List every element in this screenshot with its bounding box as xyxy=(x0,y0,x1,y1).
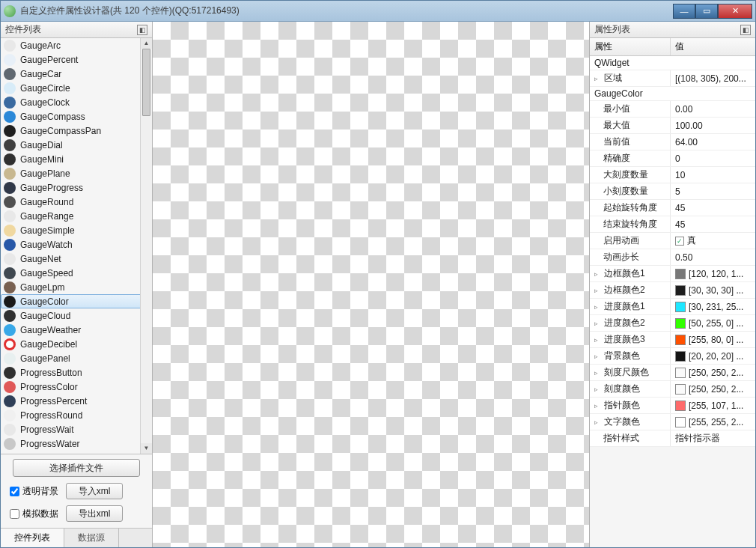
widget-item-gaugedecibel[interactable]: GaugeDecibel xyxy=(1,337,152,351)
widget-label: GaugeRange xyxy=(20,211,73,222)
dock-left-float-button[interactable]: ◧ xyxy=(137,25,147,35)
widget-item-gaugecompass[interactable]: GaugeCompass xyxy=(1,109,152,124)
window-buttons: — ▭ ✕ xyxy=(673,4,752,19)
prop-animation[interactable]: 启用动画✓真 xyxy=(590,233,755,249)
property-table: 属性 值 QWidget 区域[(108, 305), 200... Gauge… xyxy=(590,38,755,547)
widget-item-gaugeprogress[interactable]: GaugeProgress xyxy=(1,180,152,195)
widget-item-progressround[interactable]: ProgressRound xyxy=(1,408,152,422)
prop-min[interactable]: 最小值0.00 xyxy=(590,101,755,118)
tab-datasource[interactable]: 数据源 xyxy=(64,529,119,547)
widget-item-gaugeweather[interactable]: GaugeWeather xyxy=(1,323,152,337)
prop-current[interactable]: 当前值64.00 xyxy=(590,134,755,150)
widget-label: GaugeCompassPan xyxy=(20,126,101,136)
widget-icon xyxy=(4,225,16,237)
widget-item-gaugecar[interactable]: GaugeCar xyxy=(1,67,152,81)
dock-right-float-button[interactable]: ◧ xyxy=(740,25,751,35)
prop-pointer-style[interactable]: 指针样式指针指示器 xyxy=(590,430,755,447)
col-value: 值 xyxy=(671,38,755,55)
widget-item-gaugecompasspan[interactable]: GaugeCompassPan xyxy=(1,124,152,138)
prop-tick-color[interactable]: 刻度颜色[250, 250, 2... xyxy=(590,381,755,398)
swatch-ptr xyxy=(675,401,686,411)
close-button[interactable]: ✕ xyxy=(718,4,752,19)
anim-checkbox[interactable]: ✓ xyxy=(675,237,684,246)
import-xml-button[interactable]: 导入xml xyxy=(66,483,123,499)
widget-icon xyxy=(4,310,16,322)
tab-widgets[interactable]: 控件列表 xyxy=(1,529,64,547)
widget-item-gaugerange[interactable]: GaugeRange xyxy=(1,209,152,223)
select-plugin-button[interactable]: 选择插件文件 xyxy=(13,459,140,477)
maximize-button[interactable]: ▭ xyxy=(695,4,718,19)
widget-item-gaugeround[interactable]: GaugeRound xyxy=(1,195,152,209)
widget-item-progresscolor[interactable]: ProgressColor xyxy=(1,380,152,394)
widget-item-gaugemini[interactable]: GaugeMini xyxy=(1,152,152,166)
widget-item-progresspercent[interactable]: ProgressPercent xyxy=(1,394,152,408)
prop-major-ticks[interactable]: 大刻度数量10 xyxy=(590,167,755,183)
prop-bg-color[interactable]: 背景颜色[20, 20, 20] ... xyxy=(590,348,755,365)
widget-icon xyxy=(4,253,16,265)
widget-item-gaugecloud[interactable]: GaugeCloud xyxy=(1,308,152,323)
design-canvas[interactable] xyxy=(153,22,589,547)
widget-item-gaugeclock[interactable]: GaugeClock xyxy=(1,95,152,109)
widget-item-gaugedial[interactable]: GaugeDial xyxy=(1,138,152,152)
dock-right-header: 属性列表 ◧ xyxy=(590,22,755,38)
widget-icon xyxy=(4,438,16,450)
widget-item-gaugewatch[interactable]: GaugeWatch xyxy=(1,237,152,252)
prop-progress-color2[interactable]: 进度颜色2[50, 255, 0] ... xyxy=(590,315,755,332)
prop-border-color1[interactable]: 边框颜色1[120, 120, 1... xyxy=(590,266,755,282)
widget-item-gaugecolor[interactable]: GaugeColor xyxy=(1,294,152,308)
prop-progress-color3[interactable]: 进度颜色3[255, 80, 0] ... xyxy=(590,332,755,348)
widget-icon xyxy=(4,97,16,109)
prop-pointer-color[interactable]: 指针颜色[255, 107, 1... xyxy=(590,398,755,414)
prop-end-angle[interactable]: 结束旋转角度45 xyxy=(590,216,755,233)
widget-item-gaugearc[interactable]: GaugeArc xyxy=(1,38,152,52)
widget-item-gaugesimple[interactable]: GaugeSimple xyxy=(1,223,152,237)
widget-item-gaugecircle[interactable]: GaugeCircle xyxy=(1,81,152,95)
widget-item-gaugepanel[interactable]: GaugePanel xyxy=(1,351,152,365)
widget-label: GaugeSimple xyxy=(20,225,75,236)
prop-precision[interactable]: 精确度0 xyxy=(590,150,755,167)
widget-item-gaugepercent[interactable]: GaugePercent xyxy=(1,52,152,67)
widget-list-scrollbar[interactable]: ▲ ▼ xyxy=(140,38,152,454)
widget-label: ProgressWater xyxy=(20,439,80,449)
prop-text-color[interactable]: 文字颜色[255, 255, 2... xyxy=(590,414,755,430)
prop-scale-color[interactable]: 刻度尺颜色[250, 250, 2... xyxy=(590,365,755,381)
transparent-bg-checkbox[interactable]: 透明背景 xyxy=(10,485,58,498)
prop-border-color2[interactable]: 边框颜色2[30, 30, 30] ... xyxy=(590,282,755,299)
widget-label: GaugePanel xyxy=(20,353,70,364)
prop-max[interactable]: 最大值100.00 xyxy=(590,118,755,134)
prop-start-angle[interactable]: 起始旋转角度45 xyxy=(590,200,755,216)
widget-item-gaugeplane[interactable]: GaugePlane xyxy=(1,166,152,180)
widget-item-gaugespeed[interactable]: GaugeSpeed xyxy=(1,266,152,280)
widget-item-gaugelpm[interactable]: GaugeLpm xyxy=(1,280,152,294)
export-xml-button[interactable]: 导出xml xyxy=(66,505,123,522)
simulate-data-input[interactable] xyxy=(10,509,19,519)
widget-item-progressbutton[interactable]: ProgressButton xyxy=(1,365,152,380)
minimize-button[interactable]: — xyxy=(673,4,695,19)
widget-label: GaugeArc xyxy=(20,40,61,51)
widget-item-gaugenet[interactable]: GaugeNet xyxy=(1,252,152,266)
widget-label: GaugePlane xyxy=(20,168,70,179)
widget-icon xyxy=(4,125,16,137)
prop-region[interactable]: 区域[(108, 305), 200... xyxy=(590,70,755,87)
transparent-bg-input[interactable] xyxy=(10,487,19,496)
widget-item-progresswater[interactable]: ProgressWater xyxy=(1,436,152,451)
swatch-bc2 xyxy=(675,285,686,296)
widget-label: ProgressColor xyxy=(20,382,78,392)
simulate-data-checkbox[interactable]: 模拟数据 xyxy=(10,508,58,520)
property-header: 属性 值 xyxy=(590,38,755,56)
scroll-thumb[interactable] xyxy=(142,49,150,116)
prop-minor-ticks[interactable]: 小刻度数量5 xyxy=(590,183,755,200)
group-qwidget[interactable]: QWidget xyxy=(590,56,755,70)
prop-progress-color1[interactable]: 进度颜色1[30, 231, 25... xyxy=(590,299,755,315)
widget-icon xyxy=(4,239,16,251)
widget-label: GaugeNet xyxy=(20,254,61,264)
group-gaugecolor[interactable]: GaugeColor xyxy=(590,87,755,101)
widget-item-progresswait[interactable]: ProgressWait xyxy=(1,422,152,436)
swatch-bc1 xyxy=(675,269,686,279)
prop-anim-step[interactable]: 动画步长0.50 xyxy=(590,249,755,266)
scroll-up-arrow[interactable]: ▲ xyxy=(141,38,152,49)
checker-background xyxy=(153,22,589,547)
left-tabs: 控件列表 数据源 xyxy=(1,528,152,547)
scroll-down-arrow[interactable]: ▼ xyxy=(141,443,152,454)
titlebar[interactable]: 自定义控件属性设计器(共 120 个控件)(QQ:517216493) — ▭ … xyxy=(1,1,755,22)
